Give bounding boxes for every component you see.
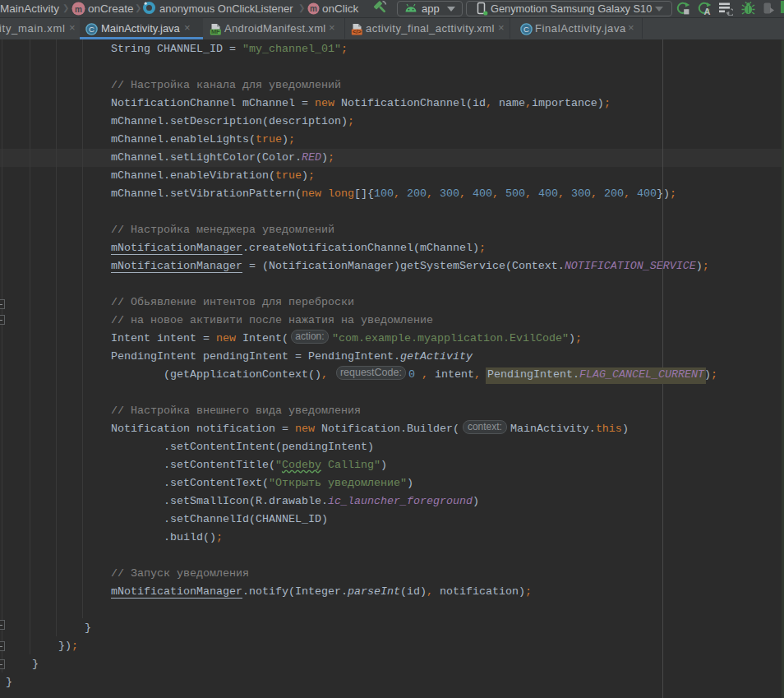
- svg-text:m: m: [310, 4, 317, 13]
- svg-text:m: m: [75, 5, 82, 14]
- svg-text:</>: </>: [353, 28, 362, 35]
- svg-text:MF: MF: [211, 28, 220, 35]
- svg-text:C: C: [523, 25, 529, 34]
- svg-text:C: C: [89, 25, 95, 34]
- svg-text:A: A: [704, 7, 711, 16]
